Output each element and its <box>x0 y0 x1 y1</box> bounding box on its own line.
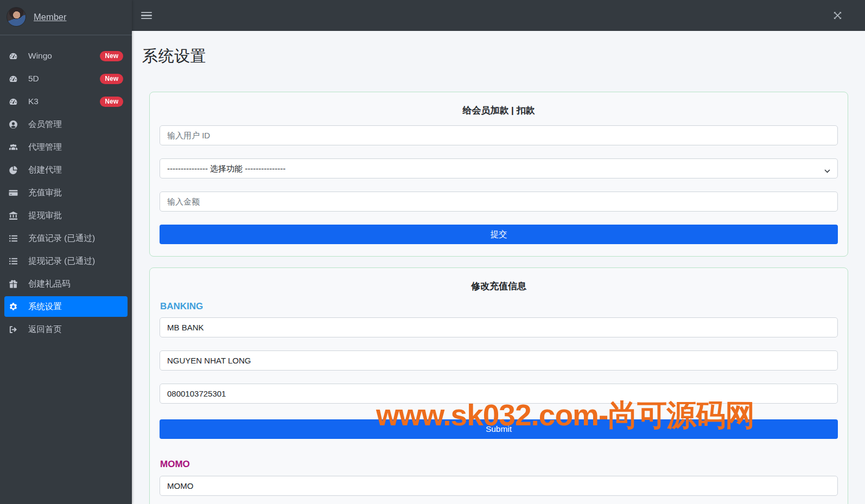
user-avatar[interactable] <box>7 7 26 27</box>
sidebar-item-label: 提现审批 <box>28 210 62 221</box>
sidebar-item-create-agent[interactable]: 创建代理 <box>4 160 128 180</box>
credit-card-icon <box>9 188 23 197</box>
sidebar-item-label: K3 <box>28 97 39 106</box>
sign-out-icon <box>9 325 23 334</box>
recharge-info-card-title: 修改充值信息 <box>160 280 838 292</box>
sidebar-item-wingo[interactable]: Wingo New <box>4 46 128 66</box>
tachometer-icon <box>9 97 23 106</box>
user-circle-icon <box>9 120 23 129</box>
gift-icon <box>9 279 23 289</box>
pie-chart-icon <box>9 165 23 175</box>
new-badge: New <box>100 51 123 61</box>
bank-icon <box>9 211 23 220</box>
sidebar-item-member-management[interactable]: 会员管理 <box>4 114 128 135</box>
sidebar-item-k3[interactable]: K3 New <box>4 91 128 112</box>
sidebar-item-create-gift-code[interactable]: 创建礼品码 <box>4 273 128 294</box>
menu-toggle-icon[interactable] <box>141 10 152 21</box>
bank-name-input[interactable] <box>160 317 838 337</box>
sidebar-item-label: 充值记录 (已通过) <box>28 233 95 244</box>
sidebar-item-label: 系统设置 <box>28 301 62 312</box>
recharge-info-card: 修改充值信息 BANKING Submit MOMO <box>149 267 848 504</box>
user-panel: Member <box>0 0 132 35</box>
sidebar-item-back-home[interactable]: 返回首页 <box>4 319 128 340</box>
list-icon <box>9 234 23 243</box>
sidebar-item-label: 创建代理 <box>28 164 62 176</box>
function-select[interactable]: --------------- 选择功能 --------------- <box>160 158 838 178</box>
member-funds-card-title: 给会员加款 | 扣款 <box>160 104 838 117</box>
gear-icon <box>9 302 23 311</box>
sidebar-item-label: 提现记录 (已通过) <box>28 256 95 267</box>
member-funds-card: 给会员加款 | 扣款 --------------- 选择功能 --------… <box>149 92 848 257</box>
new-badge: New <box>100 74 123 84</box>
sidebar-item-system-settings[interactable]: 系统设置 <box>4 296 128 317</box>
sidebar-item-label: Wingo <box>28 51 52 61</box>
sidebar-nav: Wingo New 5D New K3 New 会员管理 <box>0 35 132 340</box>
account-number-input[interactable] <box>160 384 838 404</box>
account-name-input[interactable] <box>160 350 838 371</box>
sidebar-item-withdraw-approval[interactable]: 提现审批 <box>4 205 128 226</box>
sidebar: Member Wingo New 5D New K3 New <box>0 0 132 504</box>
page-title: 系统设置 <box>142 46 848 67</box>
momo-input[interactable] <box>160 476 838 496</box>
sidebar-item-5d[interactable]: 5D New <box>4 68 128 89</box>
user-id-input[interactable] <box>160 125 838 145</box>
function-select-wrap: --------------- 选择功能 --------------- <box>160 158 838 178</box>
sidebar-item-label: 返回首页 <box>28 324 62 335</box>
topbar <box>132 0 865 31</box>
list-icon <box>9 257 23 266</box>
main-content: 系统设置 给会员加款 | 扣款 --------------- 选择功能 ---… <box>132 31 865 504</box>
tachometer-icon <box>9 52 23 61</box>
users-icon <box>9 143 23 152</box>
sidebar-item-recharge-approval[interactable]: 充值审批 <box>4 182 128 203</box>
momo-label: MOMO <box>160 459 838 470</box>
amount-input[interactable] <box>160 192 838 212</box>
sidebar-item-label: 代理管理 <box>28 142 62 153</box>
fullscreen-icon[interactable] <box>833 11 842 20</box>
user-name-link[interactable]: Member <box>34 12 67 22</box>
new-badge: New <box>100 97 123 107</box>
sidebar-item-label: 5D <box>28 74 39 84</box>
sidebar-item-label: 会员管理 <box>28 119 62 130</box>
sidebar-item-label: 充值审批 <box>28 187 62 199</box>
submit-banking-button[interactable]: Submit <box>160 419 838 439</box>
sidebar-item-label: 创建礼品码 <box>28 278 71 290</box>
submit-funds-button[interactable]: 提交 <box>160 225 838 244</box>
sidebar-item-withdraw-records[interactable]: 提现记录 (已通过) <box>4 251 128 271</box>
banking-label: BANKING <box>160 301 838 312</box>
sidebar-item-agent-management[interactable]: 代理管理 <box>4 137 128 157</box>
sidebar-item-recharge-records[interactable]: 充值记录 (已通过) <box>4 228 128 248</box>
tachometer-icon <box>9 74 23 84</box>
